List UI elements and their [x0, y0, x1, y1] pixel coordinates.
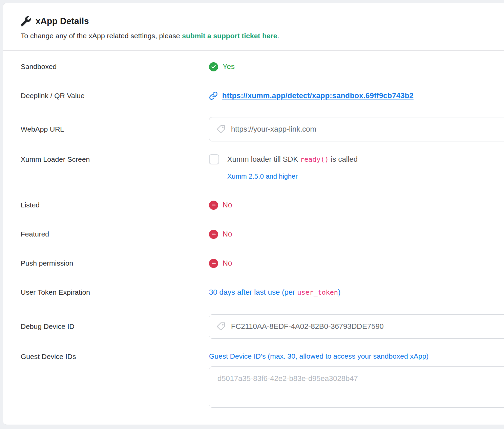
row-guest-device-ids: Guest Device IDs Guest Device ID's (max.…: [21, 352, 504, 408]
push-permission-label: Push permission: [21, 258, 209, 268]
page-title: xApp Details: [21, 16, 504, 26]
listed-status-text: No: [223, 201, 232, 209]
token-text-prefix: 30 days after last use (per: [209, 288, 297, 296]
minus-icon: [209, 201, 218, 210]
user-token-code-text: user_token: [297, 288, 338, 296]
listed-value: No: [209, 201, 232, 210]
loader-screen-label: Xumm Loader Screen: [21, 154, 209, 164]
row-loader-screen: Xumm Loader Screen Xumm loader till SDK …: [21, 154, 504, 180]
guest-device-ids-textarea[interactable]: [209, 366, 504, 408]
row-listed: Listed No: [21, 200, 504, 210]
page-title-text: xApp Details: [36, 16, 89, 26]
sandboxed-value: Yes: [209, 62, 235, 71]
webapp-url-input-wrap: [209, 117, 504, 141]
sandboxed-label: Sandboxed: [21, 62, 209, 72]
guest-device-ids-value: Guest Device ID's (max. 30, allowed to a…: [209, 352, 504, 408]
token-expiration-value: 30 days after last use (per user_token): [209, 287, 340, 297]
token-expiration-label: User Token Expiration: [21, 287, 209, 297]
loader-checkbox-label: Xumm loader till SDK ready() is called: [227, 155, 358, 164]
ready-code-text: ready(): [300, 155, 329, 163]
loader-checkbox[interactable]: [209, 154, 219, 164]
row-featured: Featured No: [21, 229, 504, 239]
featured-value: No: [209, 230, 232, 239]
check-icon: [209, 62, 218, 71]
row-token-expiration: User Token Expiration 30 days after last…: [21, 287, 504, 297]
featured-status-text: No: [223, 230, 232, 239]
row-webapp-url: WebApp URL: [21, 117, 504, 141]
featured-label: Featured: [21, 229, 209, 239]
token-text-suffix: ): [338, 288, 340, 296]
loader-screen-value: Xumm loader till SDK ready() is called X…: [209, 154, 358, 180]
push-status-text: No: [223, 259, 232, 268]
support-ticket-link[interactable]: submit a support ticket here: [182, 32, 277, 40]
webapp-url-input[interactable]: [209, 117, 504, 141]
deeplink-label: Deeplink / QR Value: [21, 91, 209, 101]
listed-label: Listed: [21, 200, 209, 210]
debug-device-id-label: Debug Device ID: [21, 321, 209, 332]
sandboxed-status-text: Yes: [223, 62, 235, 71]
guest-device-ids-label: Guest Device IDs: [21, 352, 209, 362]
guest-device-ids-hint: Guest Device ID's (max. 30, allowed to a…: [209, 352, 504, 361]
row-push-permission: Push permission No: [21, 258, 504, 268]
xumm-version-link[interactable]: Xumm 2.5.0 and higher: [227, 173, 358, 180]
minus-icon: [209, 259, 218, 268]
row-sandboxed: Sandboxed Yes: [21, 62, 504, 72]
wrench-icon: [21, 16, 31, 26]
debug-device-id-input[interactable]: [209, 314, 504, 339]
row-debug-device-id: Debug Device ID: [21, 314, 504, 339]
deeplink-value: https://xumm.app/detect/xapp:sandbox.69f…: [209, 91, 414, 100]
subtitle-period: .: [277, 32, 279, 40]
minus-icon: [209, 230, 218, 239]
debug-device-input-wrap: [209, 314, 504, 339]
xapp-details-card: xApp Details To change any of the xApp r…: [3, 3, 504, 425]
row-deeplink: Deeplink / QR Value https://xumm.app/det…: [21, 91, 504, 101]
loader-label-suffix: is called: [329, 155, 358, 163]
xapp-settings-form: Sandboxed Yes Deeplink / QR Value https:…: [3, 51, 504, 420]
card-header: xApp Details To change any of the xApp r…: [3, 3, 504, 51]
loader-label-prefix: Xumm loader till SDK: [227, 155, 300, 163]
subtitle-text: To change any of the xApp related settin…: [21, 32, 182, 40]
deeplink-url-link[interactable]: https://xumm.app/detect/xapp:sandbox.69f…: [222, 91, 414, 100]
loader-checkbox-line: Xumm loader till SDK ready() is called: [209, 154, 358, 164]
push-permission-value: No: [209, 259, 232, 268]
link-icon: [209, 91, 218, 100]
webapp-url-label: WebApp URL: [21, 124, 209, 134]
token-expiration-text: 30 days after last use (per user_token): [209, 287, 340, 297]
header-subtitle: To change any of the xApp related settin…: [21, 32, 504, 40]
